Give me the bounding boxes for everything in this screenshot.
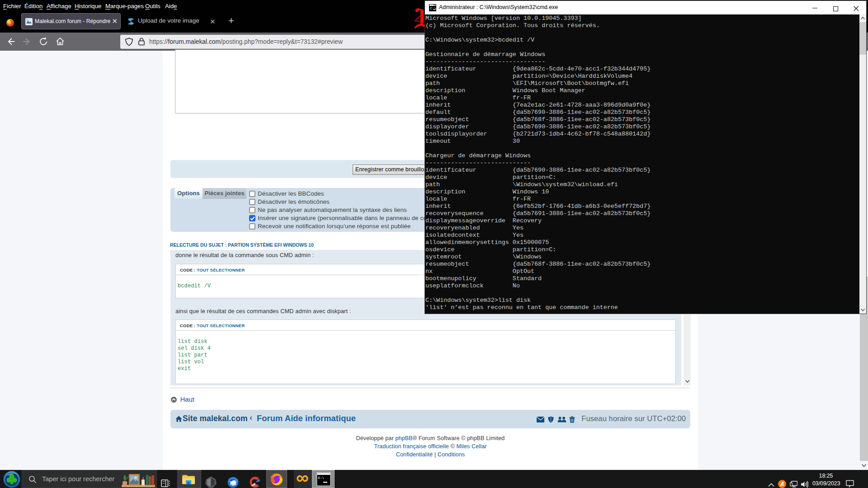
svg-text:C:\: C:\ [430,6,436,10]
svg-text:C:\: C:\ [318,476,325,480]
